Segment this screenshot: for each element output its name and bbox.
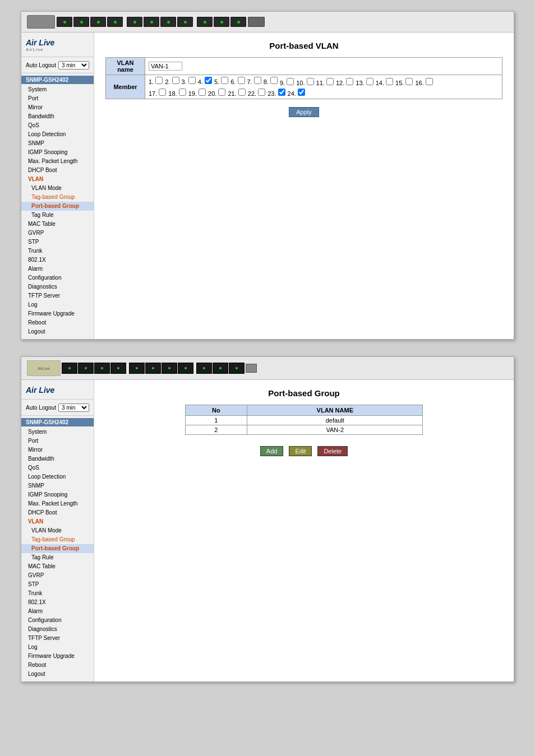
vlan-name-input[interactable]	[149, 62, 182, 71]
port-14-checkbox[interactable]	[386, 78, 393, 85]
nav-item-igmp-snooping[interactable]: IGMP Snooping	[21, 148, 94, 157]
nav-item-qos[interactable]: QoS	[21, 121, 94, 130]
port-5-checkbox[interactable]	[221, 77, 228, 84]
port-2-checkbox[interactable]	[172, 77, 179, 84]
nav-item-gvrp[interactable]: GVRP	[21, 229, 94, 238]
port-18-checkbox[interactable]	[179, 89, 186, 96]
port-16-checkbox[interactable]	[426, 78, 433, 85]
nav2-item-tag-rule[interactable]: Tag Rule	[21, 553, 94, 562]
nav-item-firmware-upgrade[interactable]: Firmware Upgrade	[21, 309, 94, 318]
nav2-item-mirror[interactable]: Mirror	[21, 446, 94, 454]
nav-item-mirror[interactable]: Mirror	[21, 103, 94, 112]
nav2-item-snmp[interactable]: SNMP	[21, 481, 94, 490]
nav2-item-igmp-snooping[interactable]: IGMP Snooping	[21, 490, 94, 499]
port-3-label[interactable]: 3.	[182, 77, 196, 86]
port-10-checkbox[interactable]	[307, 78, 314, 85]
port-19-label[interactable]: 19.	[188, 89, 206, 97]
nav2-item-max-packet[interactable]: Max. Packet Length	[21, 499, 94, 508]
nav2-item-port[interactable]: Port	[21, 437, 94, 446]
add-button[interactable]: Add	[260, 446, 284, 456]
group-table-row-2[interactable]: 2 VAN-2	[185, 425, 423, 435]
nav2-item-logout[interactable]: Logout	[21, 670, 94, 679]
nav2-item-trunk[interactable]: Trunk	[21, 589, 94, 598]
nav2-item-system[interactable]: System	[21, 428, 94, 437]
nav-item-stp[interactable]: STP	[21, 238, 94, 247]
port-12-checkbox[interactable]	[346, 78, 353, 85]
nav2-item-gvrp[interactable]: GVRP	[21, 571, 94, 580]
port-8-checkbox[interactable]	[270, 77, 278, 84]
nav-item-mac-table[interactable]: MAC Table	[21, 220, 94, 229]
nav-item-port-based-group[interactable]: Port-based Group	[21, 202, 94, 211]
nav-item-tag-based-group[interactable]: Tag-based Group	[21, 193, 94, 202]
nav-item-reboot[interactable]: Reboot	[21, 318, 94, 327]
group-table-row-1[interactable]: 1 default	[185, 416, 423, 425]
port-8-label[interactable]: 8.	[264, 77, 278, 86]
nav2-item-log[interactable]: Log	[21, 643, 94, 652]
port-4-label[interactable]: 4.	[198, 77, 212, 86]
port-13-label[interactable]: 13.	[356, 78, 373, 86]
port-23-checkbox[interactable]	[278, 89, 285, 96]
nav2-item-reboot[interactable]: Reboot	[21, 661, 94, 670]
nav-item-diagnostics[interactable]: Diagnostics	[21, 282, 94, 291]
nav-item-port[interactable]: Port	[21, 94, 94, 103]
nav2-item-port-based-group[interactable]: Port-based Group	[21, 544, 94, 553]
port-7-checkbox[interactable]	[254, 77, 261, 84]
port-5-label[interactable]: 5.	[214, 77, 228, 86]
nav2-item-bandwidth[interactable]: Bandwidth	[21, 454, 94, 463]
port-10-label[interactable]: 10.	[296, 78, 313, 86]
port-3-checkbox[interactable]	[188, 77, 196, 84]
nav2-item-qos[interactable]: QoS	[21, 463, 94, 472]
port-13-checkbox[interactable]	[366, 78, 373, 85]
nav-item-vlan[interactable]: VLAN	[21, 175, 94, 184]
port-14-label[interactable]: 14.	[376, 78, 393, 86]
nav2-item-firmware-upgrade[interactable]: Firmware Upgrade	[21, 652, 94, 661]
nav-item-bandwidth[interactable]: Bandwidth	[21, 112, 94, 121]
nav-item-logout[interactable]: Logout	[21, 327, 94, 336]
nav-item-alarm[interactable]: Alarm	[21, 265, 94, 273]
nav-item-system[interactable]: System	[21, 85, 94, 94]
auto-logout-select-2[interactable]: 3 min 5 min 10 min	[58, 403, 89, 412]
port-1-checkbox[interactable]	[155, 77, 163, 84]
port-4-checkbox[interactable]	[205, 77, 212, 84]
port-17-label[interactable]: 17.	[149, 89, 166, 97]
nav2-item-alarm[interactable]: Alarm	[21, 607, 94, 616]
port-17-checkbox[interactable]	[159, 89, 166, 96]
port-11-label[interactable]: 11.	[316, 78, 334, 86]
port-22-checkbox[interactable]	[258, 89, 265, 96]
nav-item-tftp-server[interactable]: TFTP Server	[21, 291, 94, 300]
nav-item-dhcp-boot[interactable]: DHCP Boot	[21, 166, 94, 175]
port-2-label[interactable]: 2.	[165, 77, 179, 86]
port-23-label[interactable]: 23.	[268, 89, 285, 97]
port-9-label[interactable]: 9.	[280, 78, 294, 86]
port-16-label[interactable]: 16.	[415, 78, 432, 86]
nav-item-snmp[interactable]: SNMP	[21, 139, 94, 148]
apply-button[interactable]: Apply	[289, 107, 319, 117]
nav-item-loop-detection[interactable]: Loop Detection	[21, 130, 94, 139]
nav2-item-configuration[interactable]: Configuration	[21, 616, 94, 625]
port-24-label[interactable]: 24.	[288, 89, 305, 97]
nav2-item-loop-detection[interactable]: Loop Detection	[21, 472, 94, 481]
port-11-checkbox[interactable]	[326, 78, 334, 85]
nav2-item-vlan[interactable]: VLAN	[21, 517, 94, 526]
port-15-checkbox[interactable]	[405, 78, 413, 85]
auto-logout-select-1[interactable]: 3 min 5 min 10 min	[58, 61, 89, 69]
port-7-label[interactable]: 7.	[247, 77, 261, 86]
nav-item-vlan-mode[interactable]: VLAN Mode	[21, 184, 94, 193]
port-9-checkbox[interactable]	[287, 78, 294, 85]
nav2-item-vlan-mode[interactable]: VLAN Mode	[21, 526, 94, 535]
port-21-label[interactable]: 21.	[228, 89, 245, 97]
port-18-label[interactable]: 18.	[168, 89, 186, 97]
port-24-checkbox[interactable]	[298, 89, 305, 96]
port-6-label[interactable]: 6.	[230, 77, 245, 86]
port-19-checkbox[interactable]	[199, 89, 206, 96]
nav2-item-stp[interactable]: STP	[21, 580, 94, 589]
nav2-item-tag-based-group[interactable]: Tag-based Group	[21, 535, 94, 544]
nav-item-log[interactable]: Log	[21, 300, 94, 309]
port-21-checkbox[interactable]	[238, 89, 246, 96]
edit-button[interactable]: Edit	[289, 446, 312, 456]
port-1-label[interactable]: 1.	[149, 77, 163, 86]
nav-item-configuration[interactable]: Configuration	[21, 273, 94, 282]
port-15-label[interactable]: 15.	[395, 78, 413, 86]
nav2-item-mac-table[interactable]: MAC Table	[21, 562, 94, 571]
nav2-item-diagnostics[interactable]: Diagnostics	[21, 625, 94, 634]
